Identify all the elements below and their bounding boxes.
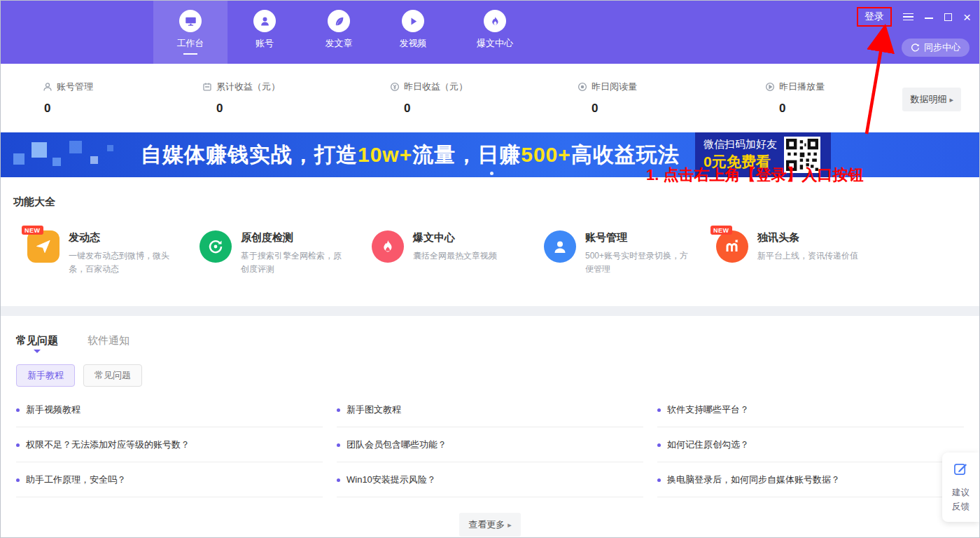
bullet-dot: [657, 478, 661, 482]
feedback-label: 建议 反馈: [952, 485, 969, 513]
tab-underline: [488, 53, 502, 55]
tab-label: 爆文中心: [477, 37, 513, 50]
headline-highlight: 500+: [521, 143, 571, 167]
feature-name: 账号管理: [585, 231, 692, 244]
views-circle-icon: [578, 82, 587, 92]
faq-question[interactable]: 如何记住原创勾选？: [657, 427, 964, 462]
stat-value: 0: [592, 102, 637, 116]
pill-common-questions[interactable]: 常见问题: [83, 364, 142, 387]
maximize-icon[interactable]: [944, 13, 952, 21]
faq-question[interactable]: 新手视频教程: [16, 392, 323, 427]
account-icon: [253, 10, 276, 32]
data-details-button[interactable]: 数据明细: [902, 88, 961, 111]
feature-desc: 500+账号实时登录切换，方便管理: [585, 249, 692, 275]
feedback-widget[interactable]: 建议 反馈: [942, 453, 979, 522]
sync-refresh-icon: [911, 43, 920, 53]
tab-underline: [406, 53, 420, 55]
feedback-label-line2: 反馈: [952, 499, 969, 513]
bullet-dot: [657, 443, 661, 447]
bullet-dot: [16, 478, 20, 482]
banner-deco-pixel: [52, 158, 61, 166]
stat-value: 0: [44, 102, 93, 116]
feature-text: 独讯头条 新平台上线，资讯传递价值: [757, 230, 864, 275]
faq-question[interactable]: 新手图文教程: [337, 392, 643, 427]
headline-highlight: 10w+: [358, 143, 412, 167]
banner-deco-pixel: [31, 142, 47, 158]
feature-name: 发动态: [69, 231, 175, 244]
faq-question[interactable]: 团队会员包含哪些功能？: [337, 427, 643, 462]
sync-center-button[interactable]: 同步中心: [902, 39, 969, 57]
feature-text: 发动态 一键发布动态到微博，微头条，百家动态: [69, 230, 175, 275]
main-nav: 工作台 账号 发文章 发视频: [153, 1, 540, 64]
view-more-button[interactable]: 查看更多: [459, 513, 521, 537]
publish-article-icon: [328, 10, 350, 32]
feature-desc: 一键发布动态到微博，微头条，百家动态: [69, 249, 175, 275]
headline-text: 流量，日赚: [412, 141, 521, 170]
banner-carousel-dot[interactable]: [490, 172, 493, 175]
banner-deco-pixel: [13, 153, 24, 165]
faq-filter-pills: 新手教程 常见问题: [16, 364, 964, 387]
tab-accounts[interactable]: 账号: [227, 1, 302, 64]
tab-faq[interactable]: 常见问题: [16, 334, 58, 347]
publish-video-icon: [402, 10, 424, 32]
faq-question-text: 软件支持哪些平台？: [667, 404, 749, 416]
feature-text: 爆文中心 囊括全网最热文章视频: [413, 230, 519, 275]
faq-question[interactable]: Win10安装提示风险？: [337, 462, 643, 497]
tab-workbench[interactable]: 工作台: [153, 1, 227, 64]
faq-section: 常见问题 软件通知 新手教程 常见问题 新手视频教程 新手图文教程 软件支持哪些…: [1, 316, 979, 537]
stat-label: 昨日收益（元）: [404, 81, 468, 93]
stat-yesterday-earnings: 昨日收益（元） 0: [390, 81, 468, 116]
menu-icon[interactable]: [903, 13, 913, 21]
feature-text: 账号管理 500+账号实时登录切换，方便管理: [585, 230, 692, 275]
feature-duxun-toutiao[interactable]: NEW 独讯头条 新平台上线，资讯传递价值: [716, 230, 888, 275]
person-icon: [544, 230, 576, 263]
new-badge: NEW: [710, 226, 732, 235]
stat-account-management: 账号管理 0: [43, 81, 93, 116]
feature-cards: NEW 发动态 一键发布动态到微博，微头条，百家动态 原创度检测 基于搜索引擎全…: [27, 230, 888, 275]
faq-question[interactable]: 软件支持哪些平台？: [657, 392, 964, 427]
faq-question-text: 权限不足？无法添加对应等级的账号数？: [26, 439, 190, 451]
stat-label: 昨日阅读量: [592, 81, 637, 93]
user-icon: [43, 82, 52, 92]
faq-question[interactable]: 换电脑登录后，如何同步自媒体账号数据？: [657, 462, 964, 497]
feature-desc: 基于搜索引擎全网检索，原创度评测: [241, 249, 347, 275]
login-button[interactable]: 登录: [857, 7, 892, 27]
pill-beginner-tutorial[interactable]: 新手教程: [16, 364, 75, 387]
feature-hot-center[interactable]: 爆文中心 囊括全网最热文章视频: [372, 230, 544, 275]
features-title: 功能大全: [13, 195, 55, 209]
tab-underline: [332, 53, 346, 55]
tab-underline: [258, 53, 272, 55]
stat-total-earnings: 累计收益（元） 0: [202, 81, 280, 116]
flame-icon: [372, 230, 404, 263]
close-icon[interactable]: ×: [963, 11, 971, 24]
faq-question[interactable]: 助手工作原理，安全吗？: [16, 462, 323, 497]
headline-text: 自媒体赚钱实战，打造: [141, 141, 358, 170]
feature-post-updates[interactable]: NEW 发动态 一键发布动态到微博，微头条，百家动态: [27, 230, 200, 275]
stat-label-row: 账号管理: [43, 81, 93, 93]
banner-deco-pixel: [90, 156, 98, 164]
banner-deco-pixel: [107, 145, 113, 151]
feature-name: 原创度检测: [241, 231, 347, 244]
feature-originality-check[interactable]: 原创度检测 基于搜索引擎全网检索，原创度评测: [200, 230, 372, 275]
feature-account-management[interactable]: 账号管理 500+账号实时登录切换，方便管理: [544, 230, 716, 275]
sync-center-label: 同步中心: [924, 41, 960, 54]
tab-publish-article[interactable]: 发文章: [302, 1, 376, 64]
faq-question-text: 新手视频教程: [26, 404, 80, 416]
faq-tabs: 常见问题 软件通知: [16, 334, 964, 347]
stat-label-row: 昨日收益（元）: [390, 81, 468, 93]
minimize-icon[interactable]: [925, 18, 933, 19]
top-header: 工作台 账号 发文章 发视频: [1, 1, 979, 64]
faq-question[interactable]: 权限不足？无法添加对应等级的账号数？: [16, 427, 323, 462]
faq-list: 新手视频教程 新手图文教程 软件支持哪些平台？ 权限不足？无法添加对应等级的账号…: [16, 392, 964, 497]
app-window: 工作台 账号 发文章 发视频: [0, 0, 980, 538]
edit-pencil-icon: [953, 462, 968, 479]
tab-label: 账号: [255, 37, 274, 50]
faq-question-text: 新手图文教程: [346, 404, 401, 416]
send-plane-icon: NEW: [27, 230, 59, 263]
feature-name: 独讯头条: [757, 231, 864, 244]
tab-label: 发文章: [326, 37, 353, 50]
tab-software-notice[interactable]: 软件通知: [88, 334, 130, 347]
tab-hot-center[interactable]: 爆文中心: [450, 1, 540, 64]
tab-publish-video[interactable]: 发视频: [376, 1, 450, 64]
faq-question-text: Win10安装提示风险？: [346, 474, 436, 486]
